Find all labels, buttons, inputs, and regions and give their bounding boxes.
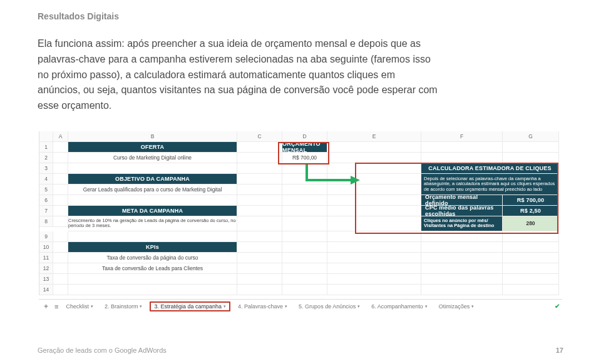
kpi-header: KPIs [68, 242, 237, 253]
row-head: 9 [39, 231, 53, 242]
tab-estrategia[interactable]: 3. Estratégia da campanha▾ [150, 301, 230, 311]
row-head: 2 [39, 153, 53, 163]
col-head-c: C [237, 131, 282, 142]
sheet-tabs-bar: + ≡ Checklist▾ 2. Brainstorm▾ 3. Estraté… [39, 299, 562, 313]
row-head: 4 [39, 174, 53, 185]
brand-title: Resultados Digitais [38, 11, 563, 21]
sheets-menu-icon[interactable]: ≡ [54, 303, 58, 310]
tab-otimizacoes[interactable]: Otimizações▾ [435, 302, 478, 311]
tab-checklist[interactable]: Checklist▾ [62, 302, 97, 311]
calc-row-cpc-label: CPC médio das palavras escolhidas [421, 206, 503, 216]
row-head: 14 [39, 285, 53, 295]
check-icon: ✔ [555, 303, 560, 310]
kpi-2: Taxa de conversão de Leads para Clientes [68, 263, 237, 274]
calc-row-clicks-val: 280 [503, 216, 559, 231]
calculadora-desc: Depois de selecionar as palavras-chave d… [421, 174, 559, 195]
corner-cell [39, 131, 53, 142]
footer-page-number: 17 [556, 346, 563, 354]
kpi-1: Taxa de conversão da página do curso [68, 253, 237, 263]
row-head: 12 [39, 263, 53, 274]
footer-left: Geração de leads com o Google AdWords [38, 346, 167, 354]
add-sheet-icon[interactable]: + [41, 302, 51, 311]
row-head: 10 [39, 242, 53, 253]
body-paragraph: Ela funciona assim: após preencher a sua… [38, 36, 438, 114]
col-head-e: E [327, 131, 421, 142]
row-head: 8 [39, 216, 53, 227]
col-head-g: G [503, 131, 559, 142]
row-head: 3 [39, 163, 53, 174]
calc-row-cpc-val: R$ 2,50 [503, 206, 559, 216]
row-head: 7 [39, 206, 53, 216]
meta-value: Crescimento de 10% na geração de Leads d… [68, 216, 237, 231]
calc-row-clicks-label: Cliques no anúncio por mês/ Visitantes n… [421, 216, 503, 231]
calc-row-orc-val: R$ 700,00 [503, 195, 559, 206]
meta-header: META DA CAMPANHA [68, 206, 237, 216]
row-head: 1 [39, 142, 53, 153]
row-head: 13 [39, 274, 53, 285]
calculadora-header: CALCULADORA ESTIMADORA DE CLIQUES [421, 163, 559, 174]
objetivo-value: Gerar Leads qualificados para o curso de… [68, 185, 237, 195]
oferta-value: Curso de Marketing Digital online [68, 153, 237, 163]
tab-grupos[interactable]: 5. Grupos de Anúncios▾ [295, 302, 364, 311]
tab-palavras[interactable]: 4. Palavras-chave▾ [234, 302, 291, 311]
row-head: 5 [39, 185, 53, 195]
objetivo-header: OBJETIVO DA CAMPANHA [68, 174, 237, 185]
col-head-a: A [53, 131, 68, 142]
col-head-b: B [68, 131, 237, 142]
page-footer: Geração de leads com o Google AdWords 17 [38, 346, 563, 354]
tab-acompanhamento[interactable]: 6. Acompanhamento▾ [367, 302, 431, 311]
tab-brainstorm[interactable]: 2. Brainstorm▾ [101, 302, 146, 311]
row-head: 11 [39, 253, 53, 263]
oferta-header: OFERTA [68, 142, 237, 153]
orcamento-value: R$ 700,00 [282, 153, 327, 163]
spreadsheet-screenshot: A B C D E F G 1 OFERTA ORÇAMENTO MENSAL … [39, 131, 562, 313]
col-head-f: F [421, 131, 503, 142]
row-head: 6 [39, 195, 53, 206]
orcamento-header: ORÇAMENTO MENSAL [282, 142, 327, 153]
